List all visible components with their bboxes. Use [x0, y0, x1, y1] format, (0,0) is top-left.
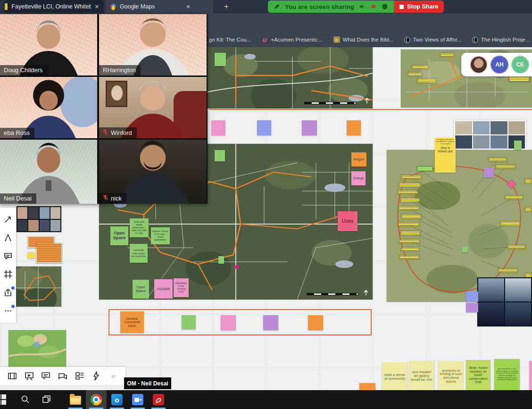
photo: [505, 278, 531, 301]
meeting-gallery-snapshot[interactable]: [17, 206, 61, 232]
sticky-note-access[interactable]: Access: [154, 279, 173, 299]
sticky-note[interactable]: [221, 315, 236, 330]
sticky-note[interactable]: [308, 315, 323, 330]
bookmark-item[interactable]: gn Kit: The Cou...: [209, 37, 251, 42]
cards-button[interactable]: [75, 371, 85, 381]
sticky-note-new-park[interactable]: New park areas downtown - new City Hall …: [130, 218, 149, 237]
comment-tool[interactable]: [3, 251, 13, 261]
notification-dot: [11, 286, 15, 290]
sticky-note[interactable]: [466, 292, 478, 302]
sticky-note[interactable]: [529, 361, 532, 390]
video-tile-doug-childers[interactable]: Doug Childers: [0, 14, 97, 75]
bookmark-item[interactable]: The Hinglish Proje...: [472, 37, 530, 43]
close-tab-icon[interactable]: ✕: [95, 4, 99, 10]
video-tile-winford[interactable]: Winford: [99, 77, 207, 138]
video-tile-rharrington[interactable]: RHarrington: [99, 14, 207, 75]
video-tile-neil-desai[interactable]: Neil Desai: [0, 140, 97, 204]
sticky-note-erin[interactable]: Erin would like to see effort in parks t…: [494, 359, 520, 390]
participant-name: eba Ross: [4, 129, 30, 136]
general-comments-frame[interactable]: [108, 309, 372, 335]
close-tab-icon[interactable]: ✕: [186, 4, 190, 10]
sticky-note[interactable]: [484, 167, 494, 177]
sticky-note[interactable]: [27, 252, 35, 259]
diagram-label: [498, 268, 518, 273]
chrome-button[interactable]: [86, 390, 107, 409]
sticky-note-open-space-small[interactable]: Open Space: [133, 280, 149, 299]
sticky-note-serenbe[interactable]: Serenbe was given as example: [130, 244, 148, 263]
start-button[interactable]: [0, 390, 8, 409]
sticky-note[interactable]: [182, 315, 196, 329]
diagram-label: [401, 175, 422, 180]
map-label: [508, 76, 530, 82]
search-button[interactable]: [15, 390, 36, 409]
security-shield-icon[interactable]: [382, 3, 388, 10]
sticky-note-imagine[interactable]: Imagine: [351, 152, 366, 167]
sticky-note[interactable]: [257, 120, 271, 135]
tab-whiteboard[interactable]: Fayetteville LCI, Online Whiteboa ✕: [4, 0, 104, 13]
task-view-button[interactable]: [36, 390, 57, 409]
bookmark-item[interactable]: ◎What Does the Bibl...: [333, 36, 394, 43]
pen-tool[interactable]: [3, 233, 13, 243]
presentation-button[interactable]: [24, 371, 34, 381]
file-explorer-button[interactable]: [65, 390, 86, 409]
map-label: [417, 78, 437, 83]
sticky-note[interactable]: [462, 247, 468, 252]
collaborator-avatar[interactable]: CE: [512, 57, 528, 73]
sticky-note[interactable]: [514, 141, 522, 150]
chat-button[interactable]: [58, 371, 68, 381]
screen-share-banner: You are screen sharing Stop Share: [268, 0, 444, 13]
rendering-collage[interactable]: [477, 277, 532, 326]
new-tab-button[interactable]: +: [221, 1, 232, 12]
sticky-note[interactable]: [347, 120, 361, 135]
participant-name-tag: RHarrington: [99, 65, 141, 75]
sticky-note[interactable]: [36, 242, 62, 263]
collapse-icon: «: [111, 372, 115, 380]
sticky-note[interactable]: [211, 120, 225, 135]
ellipsis-icon: ⋯: [4, 306, 12, 315]
sticky-note-theater[interactable]: nice theater/ art gallery would be nice: [409, 361, 434, 391]
bookmark-item[interactable]: u+Acumen Presents:...: [261, 36, 323, 43]
video-tile-nick[interactable]: nick: [99, 140, 207, 204]
sticky-note[interactable]: [215, 53, 226, 66]
cloud-record-icon[interactable]: [370, 3, 377, 10]
sticky-note-nature-center[interactable]: Nature Center is on way - need walkabili…: [151, 227, 170, 244]
comments-button[interactable]: [41, 371, 51, 381]
map-thumbnail[interactable]: [16, 267, 61, 307]
sticky-note[interactable]: [218, 256, 224, 264]
audio-icon[interactable]: [359, 3, 366, 10]
sticky-note[interactable]: [263, 315, 278, 330]
more-tools[interactable]: ⋯: [3, 306, 13, 316]
select-arrow-tool[interactable]: [3, 214, 13, 225]
sticky-note-funding[interactable]: questions of funding of such art/cultura…: [439, 361, 463, 391]
bookmark-item[interactable]: Two Views of Affor...: [404, 37, 462, 43]
export-tool[interactable]: [3, 287, 13, 298]
automation-bolt-button[interactable]: [91, 371, 101, 381]
sticky-note-mixed-use[interactable]: mention and what's already here / projec…: [435, 138, 456, 173]
acrobat-button[interactable]: [148, 390, 169, 409]
map-top-left[interactable]: [208, 47, 373, 109]
stop-share-button[interactable]: Stop Share: [394, 0, 444, 13]
sticky-note[interactable]: [466, 303, 478, 312]
sticky-note[interactable]: [215, 150, 225, 161]
sticky-note-general-comments[interactable]: General Comments Here!: [120, 311, 144, 333]
video-tile-eba-ross[interactable]: eba Ross: [0, 77, 97, 138]
sticky-note[interactable]: [359, 383, 375, 390]
sticky-note-brian[interactable]: Brian: board member on south conservatio…: [466, 360, 490, 390]
sticky-note[interactable]: [302, 120, 317, 135]
photo: [40, 207, 50, 219]
frames-panel-button[interactable]: [7, 371, 17, 381]
sticky-note-build-sense[interactable]: build a sense of community: [382, 362, 407, 392]
outlook-button[interactable]: o: [107, 390, 127, 409]
sticky-note-uses[interactable]: Uses: [338, 211, 357, 231]
sticky-note-change[interactable]: Change: [351, 171, 366, 185]
collaborator-avatar[interactable]: [471, 57, 487, 73]
frame-tool[interactable]: [3, 269, 13, 279]
photo: [50, 207, 60, 219]
zoom-button[interactable]: [127, 390, 148, 409]
collaborator-avatar[interactable]: AH: [491, 57, 507, 73]
sticky-note-walkability[interactable]: Walkability is the missing Link!: [174, 278, 189, 297]
collapse-toolbar-button[interactable]: «: [108, 371, 118, 381]
illustrated-masterplan[interactable]: [8, 330, 66, 367]
tab-google-maps[interactable]: Google Maps ✕: [106, 0, 213, 13]
sticky-note-open-space[interactable]: Open Space: [110, 226, 128, 245]
